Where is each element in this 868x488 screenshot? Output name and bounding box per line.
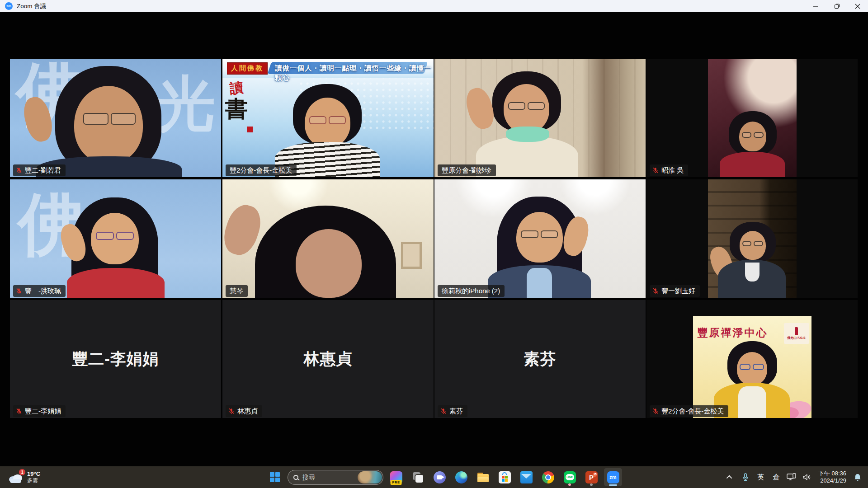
participant-display-name: 林惠貞	[304, 348, 353, 370]
participant-name: 徐莉秋的iPhone (2)	[442, 287, 500, 294]
folder-icon	[477, 471, 489, 483]
mic-muted-icon	[16, 167, 22, 174]
participant-video: 人間佛教 讀做一個人・讀明一點理・讀悟一些緣・讀懂一顆心 讀 書	[222, 59, 434, 177]
participant-name-label: 徐莉秋的iPhone (2)	[438, 285, 505, 297]
participant-name-label: 豐原分會-劉妙珍	[438, 164, 496, 176]
video-tile-6[interactable]: 慧琴	[222, 179, 434, 298]
chrome-icon	[542, 471, 554, 483]
edge-button[interactable]	[452, 468, 470, 486]
virtual-bg-character: 光	[156, 74, 215, 134]
task-view-icon	[412, 471, 424, 483]
notification-center-button[interactable]	[851, 468, 864, 486]
chat-button[interactable]	[430, 468, 448, 486]
red-seal	[247, 127, 253, 132]
powerpoint-icon: P	[585, 471, 598, 483]
window-title: Zoom 會議	[17, 2, 46, 10]
participant-name-label: 豐二-洪玫珮	[13, 285, 66, 297]
glasses	[742, 132, 764, 138]
green-scarf	[506, 127, 549, 142]
minimize-button[interactable]	[806, 0, 826, 12]
ime-language-button[interactable]: 英	[754, 468, 768, 486]
tray-overflow-button[interactable]	[723, 468, 737, 486]
video-tile-8[interactable]: 豐一劉玉好	[646, 179, 858, 298]
chrome-button[interactable]	[539, 468, 557, 486]
zoom-icon: zm	[607, 471, 619, 483]
participant-name-label: 豐二-劉若君	[13, 164, 66, 176]
video-tile-10[interactable]: 林惠貞 林惠貞	[222, 300, 434, 418]
participant-name-label: 素芬	[438, 405, 467, 417]
copilot-button[interactable]: PRE	[387, 468, 405, 486]
restore-button[interactable]	[826, 0, 847, 12]
mic-in-use-indicator[interactable]	[739, 468, 752, 486]
ime-mode-button[interactable]: 倉	[769, 468, 783, 486]
clock[interactable]: 下午 08:36 2024/1/29	[816, 470, 849, 484]
video-tile-3[interactable]: 豐原分會-劉妙珍	[434, 59, 646, 177]
store-icon	[499, 471, 511, 483]
copilot-icon: PRE	[390, 471, 402, 483]
powerpoint-button[interactable]: P	[582, 468, 600, 486]
calligraphy-character: 讀	[229, 81, 244, 96]
video-tile-7[interactable]: 徐莉秋的iPhone (2)	[434, 179, 646, 298]
video-tile-9[interactable]: 豐二-李娟娟 豐二-李娟娟	[10, 300, 221, 418]
start-button[interactable]	[266, 468, 284, 486]
task-view-button[interactable]	[409, 468, 427, 486]
notification-badge: 1	[19, 469, 26, 476]
participant-video	[708, 59, 797, 177]
ime-language-label: 英	[757, 473, 764, 482]
file-explorer-button[interactable]	[474, 468, 492, 486]
participant-name: 豐一劉玉好	[661, 287, 695, 294]
network-devices-button[interactable]	[785, 468, 798, 486]
glasses	[309, 116, 346, 124]
participant-video	[708, 179, 797, 298]
clock-date: 2024/1/29	[818, 477, 846, 484]
window-titlebar: zm Zoom 會議	[0, 0, 868, 12]
line-icon: LINE	[564, 471, 576, 483]
participant-display-name: 豐二-李娟娟	[72, 348, 159, 370]
zoom-icon-label: zm	[609, 474, 616, 480]
video-tile-1[interactable]: 佛 光 豐二-劉若君	[10, 59, 221, 177]
mic-muted-icon	[652, 408, 659, 414]
participant-name: 豐2分會-會長-金松美	[661, 408, 724, 414]
bell-icon	[854, 473, 862, 481]
participant-video	[434, 59, 646, 177]
zoom-taskbar-button[interactable]: zm	[604, 468, 622, 486]
microsoft-store-button[interactable]	[495, 468, 514, 486]
mic-muted-icon	[440, 408, 447, 414]
video-gallery: 佛 光 豐二-劉若君 人間佛教 讀	[0, 12, 868, 466]
edge-icon	[455, 471, 467, 483]
shirt-collar	[745, 263, 760, 282]
search-icon	[293, 475, 298, 480]
banner-slogan: 讀做一個人・讀明一點理・讀悟一些緣・讀懂一顆心	[275, 64, 434, 83]
participant-name: 豐2分會-會長-金松美	[230, 167, 292, 174]
participant-video: 佛	[10, 179, 221, 298]
pagoda-icon	[795, 327, 798, 335]
close-icon	[855, 4, 860, 9]
taskbar: 1 19°C 多雲 PRE	[0, 466, 868, 488]
close-button[interactable]	[847, 0, 868, 12]
banner-brand: 人間佛教	[227, 62, 268, 75]
line-button[interactable]: LINE	[561, 468, 579, 486]
participant-name: 豐二-李娟娟	[25, 408, 61, 414]
participant-name: 林惠貞	[237, 408, 258, 414]
mail-button[interactable]	[517, 468, 535, 486]
chevron-up-icon	[726, 475, 732, 481]
weather-widget[interactable]: 1 19°C 多雲	[5, 468, 43, 486]
search-input[interactable]	[302, 474, 348, 481]
video-tile-4[interactable]: 昭淮 吳	[646, 59, 858, 177]
glasses	[96, 232, 134, 240]
search-box[interactable]	[288, 470, 383, 485]
inner-shirt	[738, 386, 766, 418]
participant-name: 慧琴	[230, 287, 243, 294]
video-tile-5[interactable]: 佛 豐二-洪玫珮	[10, 179, 221, 298]
video-tile-2[interactable]: 人間佛教 讀做一個人・讀明一點理・讀悟一些緣・讀懂一顆心 讀 書 豐2分會-會長…	[222, 59, 434, 177]
zoom-app-icon: zm	[5, 2, 13, 10]
participant-name: 豐二-洪玫珮	[25, 287, 61, 294]
picture-frame	[401, 242, 422, 269]
video-tile-11[interactable]: 素芬 素芬	[434, 300, 646, 418]
line-icon-label: LINE	[566, 474, 574, 480]
video-tile-12[interactable]: 豐原禪淨中心 佛光山 F.G.S 豐2分會-會長-金松美	[646, 300, 858, 418]
volume-button[interactable]	[800, 468, 814, 486]
participant-name: 豐二-劉若君	[25, 167, 61, 174]
windows-logo-icon	[270, 472, 280, 482]
screen: zm Zoom 會議 佛	[0, 0, 868, 488]
